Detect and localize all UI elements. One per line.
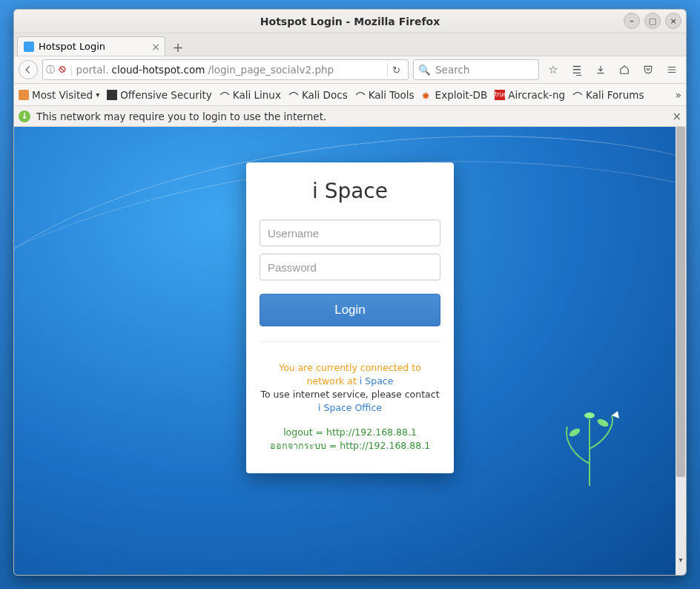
site-icon <box>107 90 117 100</box>
scrollbar-corner <box>676 565 686 575</box>
username-input[interactable] <box>260 220 440 246</box>
site-icon: true <box>495 90 505 100</box>
tab-label: Hotspot Login <box>39 41 105 52</box>
bookmark-kali-docs[interactable]: Kali Docs <box>288 89 348 101</box>
window-close-button[interactable]: × <box>665 13 681 29</box>
bookmark-label: Aircrack-ng <box>508 89 565 101</box>
search-icon: 🔍 <box>418 64 431 76</box>
bookmark-kali-forums[interactable]: Kali Forums <box>572 89 644 101</box>
home-icon <box>619 65 630 75</box>
site-icon <box>288 90 299 100</box>
home-button[interactable] <box>615 60 634 79</box>
bookmark-label: Kali Docs <box>302 89 348 101</box>
downloads-button[interactable] <box>591 60 610 79</box>
bookmark-label: Most Visited <box>32 89 93 101</box>
url-domain: cloud-hotspot.com <box>112 64 205 76</box>
page-content: i Space Login You are currently connecte… <box>14 127 686 575</box>
bookmark-most-visited[interactable]: Most Visited ▾ <box>19 89 99 101</box>
window-maximize-button[interactable]: □ <box>644 13 661 29</box>
navigation-toolbar: ⓘ 🛇 | portal.cloud-hotspot.com/login_pag… <box>14 56 686 84</box>
login-title: i Space <box>260 179 440 203</box>
menu-button[interactable] <box>662 60 681 79</box>
tab-favicon <box>24 42 34 52</box>
logout-url: logout = http://192.168.88.1 <box>283 427 417 438</box>
bookmark-aircrack-ng[interactable]: true Aircrack-ng <box>495 89 565 101</box>
status-line1: You are currently connected to network a… <box>279 362 421 386</box>
back-button[interactable] <box>19 60 38 79</box>
pocket-button[interactable] <box>638 60 658 79</box>
office-name: i Space Office <box>318 402 382 413</box>
window-title: Hotspot Login - Mozilla Firefox <box>260 16 440 27</box>
browser-tab[interactable]: Hotspot Login × <box>17 36 165 56</box>
bookmark-exploit-db[interactable]: ✸ Exploit-DB <box>422 89 488 101</box>
chevron-down-icon: ▾ <box>96 91 99 99</box>
search-placeholder: Search <box>435 64 469 76</box>
back-arrow-icon <box>23 65 33 75</box>
bookmark-star-button[interactable]: ☆ <box>544 60 563 79</box>
scroll-down-arrow-icon[interactable]: ▾ <box>676 554 686 565</box>
tab-close-button[interactable]: × <box>151 41 160 53</box>
bookmarks-overflow-button[interactable]: » <box>675 89 681 101</box>
login-button[interactable]: Login <box>260 294 440 326</box>
bookmark-label: Offensive Security <box>120 89 212 101</box>
logout-url-alt: ออกจากระบบ = http://192.168.88.1 <box>270 440 430 451</box>
notification-infobar: ↓ This network may require you to login … <box>14 106 686 127</box>
bookmark-label: Exploit-DB <box>435 89 488 101</box>
site-icon: ✸ <box>422 90 432 100</box>
tab-strip: Hotspot Login × + <box>14 33 686 56</box>
site-icon <box>219 90 230 100</box>
status-line2: To use internet service, please contact <box>260 389 439 400</box>
site-icon <box>572 90 583 100</box>
divider <box>260 341 440 342</box>
network-name: i Space <box>360 375 394 386</box>
url-prefix: portal. <box>76 64 109 76</box>
url-path: /login_page_socialv2.php <box>208 64 334 76</box>
site-icon <box>355 90 366 100</box>
download-icon <box>595 65 606 75</box>
bookmark-kali-tools[interactable]: Kali Tools <box>355 89 415 101</box>
site-info-icon[interactable]: ⓘ <box>46 64 55 76</box>
bookmark-label: Kali Forums <box>586 89 644 101</box>
status-message: You are currently connected to network a… <box>260 361 440 453</box>
window-minimize-button[interactable]: – <box>624 13 640 29</box>
bookmark-label: Kali Tools <box>369 89 415 101</box>
bookmarks-toolbar: Most Visited ▾ Offensive Security Kali L… <box>14 84 686 106</box>
bookmark-offensive-security[interactable]: Offensive Security <box>107 89 212 101</box>
window-titlebar: Hotspot Login - Mozilla Firefox – □ × <box>14 10 686 33</box>
reload-button[interactable]: ↻ <box>387 63 405 77</box>
bookmark-label: Kali Linux <box>233 89 281 101</box>
infobar-close-button[interactable]: × <box>672 110 681 123</box>
login-panel: i Space Login You are currently connecte… <box>246 162 454 473</box>
infobar-text: This network may require you to login to… <box>36 111 326 122</box>
browser-window: Hotspot Login - Mozilla Firefox – □ × Ho… <box>13 9 687 576</box>
pocket-icon <box>643 65 653 75</box>
folder-icon <box>19 90 29 100</box>
address-bar[interactable]: ⓘ 🛇 | portal.cloud-hotspot.com/login_pag… <box>42 59 409 80</box>
vertical-scrollbar[interactable]: ▾ <box>676 127 686 565</box>
hamburger-icon <box>667 65 677 75</box>
permissions-icon[interactable]: 🛇 <box>58 65 67 75</box>
library-icon[interactable]: ☰̲ <box>567 60 587 79</box>
scrollbar-thumb[interactable] <box>676 127 685 477</box>
bookmark-kali-linux[interactable]: Kali Linux <box>219 89 281 101</box>
password-input[interactable] <box>260 254 440 280</box>
search-bar[interactable]: 🔍 Search <box>413 59 539 80</box>
info-icon: ↓ <box>19 111 30 122</box>
new-tab-button[interactable]: + <box>168 38 188 56</box>
